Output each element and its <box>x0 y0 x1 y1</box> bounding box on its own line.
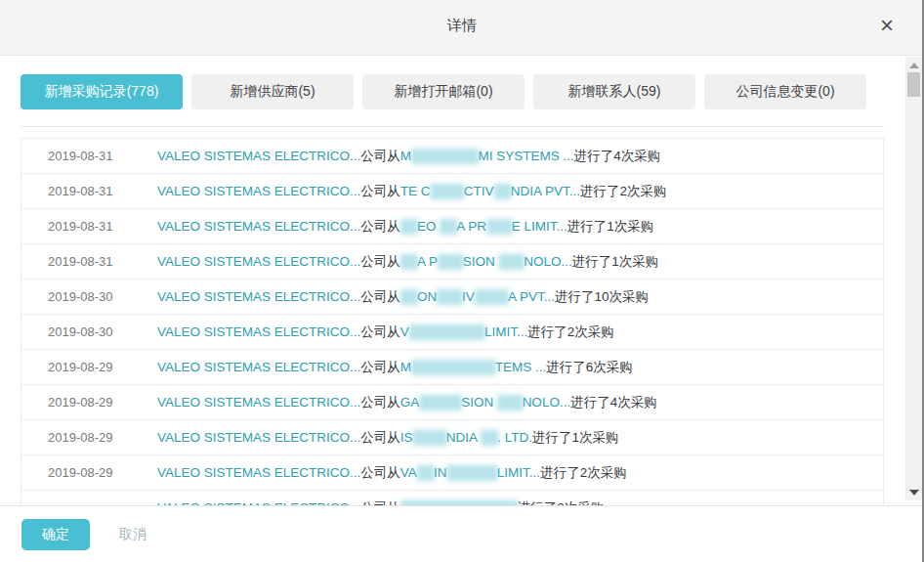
redacted-text: ████ <box>475 289 508 304</box>
confirm-button[interactable]: 确定 <box>21 519 90 550</box>
record-prefix: 公司从 <box>360 148 400 165</box>
record-prefix: 公司从 <box>360 359 400 376</box>
supplier-text: SION <box>461 395 497 410</box>
record-prefix: 公司从 <box>360 324 400 341</box>
record-date: 2019-08-29 <box>21 430 157 445</box>
tab-4[interactable]: 公司信息变更(0) <box>704 74 866 109</box>
record-supplier[interactable]: ██EO ██A PR███E LIMIT... <box>400 219 567 234</box>
modal-header: 详情 × <box>0 0 924 56</box>
record-date: 2019-08-30 <box>21 324 157 339</box>
record-supplier[interactable]: ██ON███IV████A PVT... <box>400 289 555 304</box>
record-company-link[interactable]: VALEO SISTEMAS ELECTRICO... <box>157 465 360 480</box>
scroll-up-arrow-icon[interactable] <box>909 63 919 68</box>
record-action: 进行了4次采购 <box>574 148 661 165</box>
supplier-text: E LIMIT... <box>512 219 567 234</box>
record-prefix: 公司从 <box>360 183 400 200</box>
redacted-text: ████ <box>413 430 446 445</box>
record-company-link[interactable]: VALEO SISTEMAS ELECTRICO... <box>157 324 360 339</box>
supplier-text: IV <box>462 289 475 304</box>
record-date: 2019-08-29 <box>21 465 157 480</box>
scroll-thumb[interactable] <box>907 72 920 97</box>
redacted-text: █████████ <box>409 324 484 339</box>
record-action: 进行了2次采购 <box>580 183 667 200</box>
tab-2[interactable]: 新增打开邮箱(0) <box>362 74 525 109</box>
supplier-text: NDIA <box>446 430 481 445</box>
record-company-link[interactable]: VALEO SISTEMAS ELECTRICO... <box>157 219 360 234</box>
record-supplier[interactable]: V█████████LIMIT... <box>400 324 527 339</box>
supplier-text: LIMIT... <box>497 465 540 480</box>
supplier-text: EO <box>417 219 440 234</box>
redacted-text: ████████ <box>411 149 479 163</box>
tab-0[interactable]: 新增采购记录(778) <box>21 74 183 109</box>
redacted-text: ███ <box>497 395 523 410</box>
record-company-link[interactable]: VALEO SISTEMAS ELECTRICO... <box>157 360 360 374</box>
supplier-text: NOLO... <box>523 395 571 410</box>
record-company-link[interactable]: VALEO SISTEMAS ELECTRICO... <box>157 430 360 445</box>
tabs-divider <box>21 126 884 127</box>
record-date: 2019-08-31 <box>21 254 157 269</box>
record-action: 进行了1次采购 <box>567 218 654 236</box>
cancel-button[interactable]: 取消 <box>119 526 147 543</box>
tab-bar: 新增采购记录(778)新增供应商(5)新增打开邮箱(0)新增联系人(59)公司信… <box>21 74 924 109</box>
redacted-text: ██ <box>417 465 434 480</box>
scroll-down-arrow-icon[interactable] <box>909 490 919 496</box>
supplier-text: ON <box>417 289 437 304</box>
supplier-text: A PR <box>456 219 486 234</box>
table-row: 2019-08-29VALEO SISTEMAS ELECTRICO...公司从… <box>21 420 883 455</box>
record-company-link[interactable]: VALEO SISTEMAS ELECTRICO... <box>157 184 360 198</box>
redacted-text: ██ <box>400 219 417 234</box>
supplier-text: IS <box>400 430 413 445</box>
record-prefix: 公司从 <box>360 218 400 236</box>
redacted-text: ██ <box>494 184 511 198</box>
record-action: 进行了2次采购 <box>540 464 627 482</box>
table-row: 2019-08-31VALEO SISTEMAS ELECTRICO...公司从… <box>21 209 883 244</box>
close-icon[interactable]: × <box>873 12 901 39</box>
record-action: 进行了10次采购 <box>555 288 649 306</box>
modal-title: 详情 <box>0 17 924 35</box>
record-company-link[interactable]: VALEO SISTEMAS ELECTRICO... <box>157 254 360 269</box>
supplier-text: M <box>400 149 411 163</box>
table-row: 2019-08-29VALEO SISTEMAS ELECTRICO...公司从… <box>21 350 883 385</box>
supplier-text: TE C <box>400 184 431 198</box>
supplier-text: . LTD. <box>497 430 532 445</box>
scrollbar[interactable] <box>905 57 922 500</box>
redacted-text: ██ <box>481 430 497 445</box>
record-prefix: 公司从 <box>360 464 400 482</box>
supplier-text: IN <box>434 465 447 480</box>
supplier-text: M <box>400 360 411 374</box>
record-supplier[interactable]: IS████NDIA ██. LTD. <box>400 430 532 445</box>
table-row: 2019-08-29VALEO SISTEMAS ELECTRICO...公司从… <box>21 455 883 491</box>
tab-3[interactable]: 新增联系人(59) <box>533 74 695 109</box>
record-company-link[interactable]: VALEO SISTEMAS ELECTRICO... <box>157 395 360 410</box>
supplier-text: TEMS ... <box>495 360 547 374</box>
redacted-text: ███ <box>438 254 463 269</box>
table-row: 2019-08-31VALEO SISTEMAS ELECTRICO...公司从… <box>21 244 883 280</box>
supplier-text: NDIA PVT... <box>511 184 580 198</box>
record-company-link[interactable]: VALEO SISTEMAS ELECTRICO... <box>157 149 360 163</box>
record-action: 进行了1次采购 <box>572 253 659 271</box>
record-date: 2019-08-31 <box>21 184 157 198</box>
supplier-text: CTIV <box>464 184 494 198</box>
modal-footer: 确定 取消 <box>0 505 924 562</box>
redacted-text: ██ <box>400 254 417 269</box>
record-date: 2019-08-29 <box>21 395 157 410</box>
redacted-text: ██████████ <box>411 360 495 374</box>
tab-1[interactable]: 新增供应商(5) <box>191 74 354 109</box>
record-supplier[interactable]: GA█████SION ███NOLO... <box>400 395 570 410</box>
record-date: 2019-08-31 <box>21 149 157 163</box>
table-row: VALEO SISTEMAS ELECTRICO...公司从 █████████… <box>21 491 883 505</box>
record-prefix: 公司从 <box>360 288 400 306</box>
record-prefix: 公司从 <box>360 394 400 411</box>
record-supplier[interactable]: M██████████TEMS ... <box>400 360 546 374</box>
records-table: 2019-08-31VALEO SISTEMAS ELECTRICO...公司从… <box>21 138 884 505</box>
record-supplier[interactable]: VA██IN██████LIMIT... <box>400 465 540 480</box>
supplier-text: LIMIT... <box>484 324 527 339</box>
table-row: 2019-08-31VALEO SISTEMAS ELECTRICO...公司从… <box>21 139 883 174</box>
record-supplier[interactable]: ██A P███SION ███NOLO... <box>400 254 572 269</box>
record-company-link[interactable]: VALEO SISTEMAS ELECTRICO... <box>157 289 360 304</box>
table-row: 2019-08-30VALEO SISTEMAS ELECTRICO...公司从… <box>21 315 883 350</box>
redacted-text: ██████ <box>446 465 496 480</box>
record-action: 进行了1次采购 <box>532 429 619 447</box>
record-supplier[interactable]: M████████MI SYSTEMS ... <box>400 149 574 163</box>
record-supplier[interactable]: TE C████CTIV██NDIA PVT... <box>400 184 580 198</box>
